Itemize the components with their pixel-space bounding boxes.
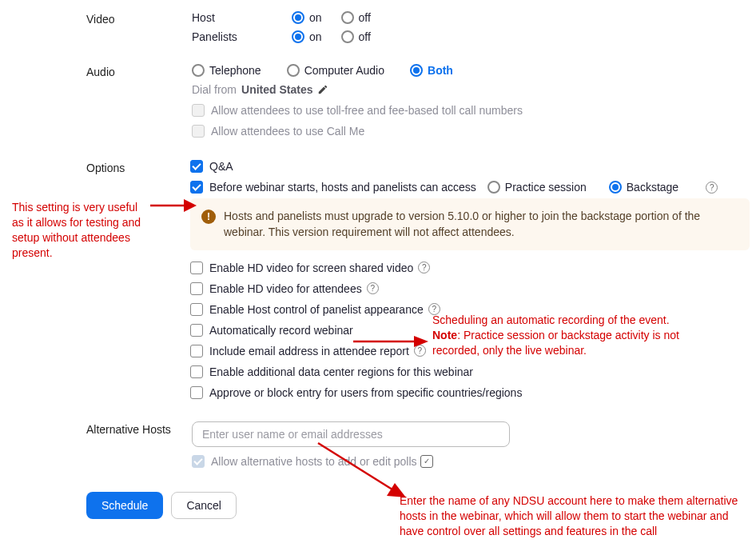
- radio-icon: [292, 30, 304, 43]
- allow-polls-checkbox[interactable]: Allow alternative hosts to add or edit p…: [192, 455, 417, 468]
- section-label-options: Options: [86, 160, 190, 174]
- allow-callme-checkbox[interactable]: Allow attendees to use Call Me: [192, 125, 364, 138]
- radio-icon: [410, 64, 423, 77]
- video-panelists-off-radio[interactable]: off: [341, 30, 371, 43]
- radio-icon: [341, 30, 354, 43]
- qa-checkbox[interactable]: Q&A: [190, 160, 233, 173]
- help-icon[interactable]: ?: [706, 182, 718, 194]
- hd-attendees-checkbox[interactable]: Enable HD video for attendees: [190, 282, 362, 295]
- video-host-off-radio[interactable]: off: [341, 11, 371, 24]
- section-label-audio: Audio: [86, 64, 192, 78]
- checkbox-icon: [192, 455, 205, 468]
- checkbox-icon: [190, 282, 203, 295]
- checkbox-icon: [190, 324, 203, 337]
- dial-from-line[interactable]: Dial from United States: [192, 83, 750, 96]
- approve-block-checkbox[interactable]: Approve or block entry for users from sp…: [190, 386, 522, 399]
- poll-icon: ✓: [420, 455, 433, 468]
- radio-icon: [292, 11, 304, 24]
- alt-hosts-input[interactable]: [192, 421, 510, 447]
- edit-icon: [317, 84, 328, 95]
- help-icon[interactable]: ?: [367, 282, 379, 294]
- radio-icon: [609, 181, 622, 194]
- checkbox-icon: [192, 125, 205, 138]
- backstage-radio[interactable]: Backstage: [609, 181, 678, 194]
- practice-session-radio[interactable]: Practice session: [487, 181, 587, 194]
- checkbox-icon: [192, 104, 205, 117]
- checkbox-icon: [190, 303, 203, 316]
- help-icon[interactable]: ?: [418, 262, 430, 274]
- warning-icon: !: [201, 210, 216, 224]
- section-label-alt-hosts: Alternative Hosts: [86, 421, 192, 436]
- allow-tollfree-checkbox[interactable]: Allow attendees to use toll-free and fee…: [192, 104, 523, 117]
- video-host-on-radio[interactable]: on: [292, 11, 322, 24]
- auto-record-checkbox[interactable]: Automatically record webinar: [190, 324, 353, 337]
- version-warning-box: ! Hosts and panelists must upgrade to ve…: [190, 198, 750, 250]
- video-panelists-label: Panelists: [192, 30, 284, 43]
- section-label-video: Video: [86, 11, 192, 26]
- video-panelists-on-radio[interactable]: on: [292, 30, 322, 43]
- audio-telephone-radio[interactable]: Telephone: [192, 64, 261, 77]
- help-icon[interactable]: ?: [414, 345, 426, 357]
- radio-icon: [192, 64, 205, 77]
- checkbox-icon: [190, 365, 203, 378]
- checkbox-icon: [190, 386, 203, 399]
- checkbox-icon: [190, 345, 203, 357]
- hd-screen-checkbox[interactable]: Enable HD video for screen shared video: [190, 262, 413, 274]
- radio-icon: [487, 181, 500, 194]
- video-host-label: Host: [192, 11, 284, 24]
- checkbox-icon: [190, 262, 203, 274]
- schedule-button[interactable]: Schedule: [86, 492, 163, 519]
- host-control-checkbox[interactable]: Enable Host control of panelist appearan…: [190, 303, 424, 316]
- dc-regions-checkbox[interactable]: Enable additional data center regions fo…: [190, 365, 473, 378]
- cancel-button[interactable]: Cancel: [171, 492, 237, 519]
- radio-icon: [287, 64, 300, 77]
- email-report-checkbox[interactable]: Include email address in attendee report: [190, 345, 409, 357]
- pre-access-checkbox[interactable]: Before webinar starts, hosts and panelis…: [190, 181, 476, 194]
- checkbox-icon: [190, 160, 203, 173]
- checkbox-icon: [190, 181, 203, 194]
- audio-computer-radio[interactable]: Computer Audio: [287, 64, 384, 77]
- radio-icon: [341, 11, 354, 24]
- audio-both-radio[interactable]: Both: [410, 64, 453, 77]
- help-icon[interactable]: ?: [428, 303, 440, 315]
